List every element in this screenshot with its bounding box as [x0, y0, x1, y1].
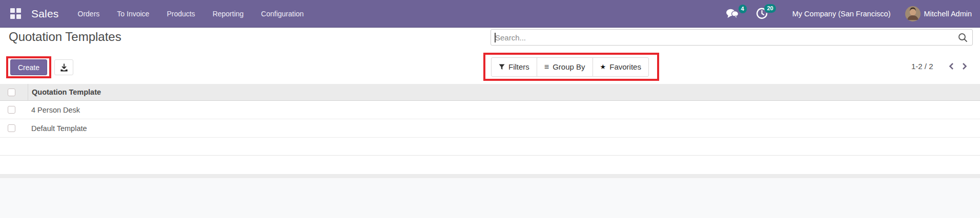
nav-item-to-invoice[interactable]: To Invoice	[108, 0, 158, 28]
favorites-button[interactable]: ★ Favorites	[593, 57, 649, 77]
row-template-name: 4 Person Desk	[28, 106, 980, 114]
app-name[interactable]: Sales	[31, 8, 59, 20]
group-by-button[interactable]: ≡ Group By	[537, 57, 593, 77]
group-by-label: Group By	[553, 62, 585, 71]
chevron-right-icon	[962, 62, 967, 70]
nav-item-configuration[interactable]: Configuration	[252, 0, 312, 28]
download-icon	[60, 63, 68, 72]
pager-next-button[interactable]	[958, 60, 971, 72]
avatar	[905, 6, 921, 21]
main-menu: Orders To Invoice Products Reporting Con…	[69, 0, 313, 27]
table-row[interactable]: Default Template	[0, 119, 980, 138]
footer-background	[0, 178, 980, 218]
navbar-right: 4 20 My Company (San Francisco)	[726, 6, 972, 21]
activities-button[interactable]: 20	[756, 8, 768, 19]
list-header-row: Quotation Template	[0, 84, 980, 101]
pager-range: 1-2 / 2	[911, 62, 933, 71]
column-header-quotation-template[interactable]: Quotation Template	[28, 84, 980, 100]
navbar-left: Sales Orders To Invoice Products Reporti…	[8, 0, 313, 27]
chat-bubbles-icon	[726, 8, 739, 19]
text-caret	[495, 33, 496, 42]
favorites-label: Favorites	[609, 62, 641, 71]
nav-item-orders[interactable]: Orders	[69, 0, 109, 28]
quotation-template-list: Quotation Template 4 Person Desk Default…	[0, 84, 980, 156]
annotation-box-create: Create	[6, 56, 51, 78]
messages-button[interactable]: 4	[726, 8, 739, 19]
bottom-divider	[0, 174, 980, 178]
search-options-group: Filters ≡ Group By ★ Favorites	[491, 57, 649, 77]
filters-button[interactable]: Filters	[491, 57, 537, 77]
empty-row	[0, 138, 980, 156]
row-checkbox[interactable]	[8, 106, 15, 114]
select-all-checkbox[interactable]	[8, 89, 15, 96]
filter-icon	[499, 64, 505, 70]
table-row[interactable]: 4 Person Desk	[0, 101, 980, 119]
chevron-left-icon	[949, 62, 954, 70]
user-menu[interactable]: Mitchell Admin	[905, 6, 972, 21]
top-navbar: Sales Orders To Invoice Products Reporti…	[0, 0, 980, 28]
annotation-box-filters: Filters ≡ Group By ★ Favorites	[483, 53, 659, 81]
company-switcher[interactable]: My Company (San Francisco)	[792, 10, 891, 18]
export-button[interactable]	[54, 59, 73, 75]
nav-item-reporting[interactable]: Reporting	[204, 0, 253, 28]
create-button[interactable]: Create	[10, 59, 47, 75]
row-checkbox[interactable]	[8, 124, 15, 132]
messages-badge: 4	[739, 5, 747, 13]
pager-previous-button[interactable]	[945, 60, 958, 72]
search-icon[interactable]	[958, 33, 968, 42]
pager: 1-2 / 2	[911, 60, 971, 72]
page-title: Quotation Templates	[9, 30, 121, 44]
sales-app-window: Sales Orders To Invoice Products Reporti…	[0, 0, 980, 218]
user-name: Mitchell Admin	[924, 10, 972, 18]
row-template-name: Default Template	[28, 124, 980, 133]
filters-label: Filters	[508, 62, 529, 71]
apps-grid-icon	[10, 8, 21, 19]
search-input[interactable]	[491, 33, 958, 42]
activities-badge: 20	[764, 4, 775, 13]
search-box	[491, 29, 973, 46]
group-by-icon: ≡	[544, 63, 549, 71]
nav-item-products[interactable]: Products	[158, 0, 203, 28]
star-icon: ★	[600, 63, 606, 70]
apps-menu-button[interactable]	[10, 8, 21, 19]
